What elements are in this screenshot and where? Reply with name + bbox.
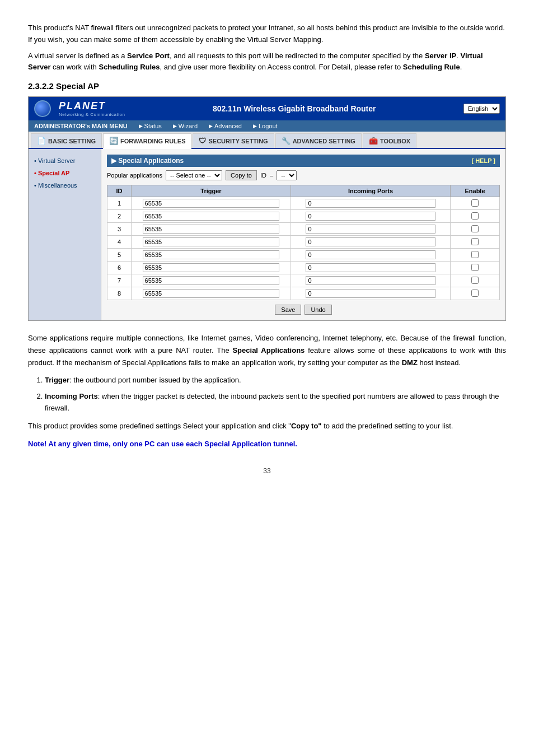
col-header-trigger: Trigger <box>132 185 291 197</box>
enable-checkbox[interactable] <box>471 212 479 220</box>
table-row: 1 <box>107 197 500 210</box>
sidebar-item-miscellaneous[interactable]: Miscellaneous <box>29 179 101 192</box>
nav-advanced-label: Advanced <box>214 123 242 129</box>
incoming-ports-input[interactable] <box>306 263 435 272</box>
incoming-ports-input[interactable] <box>306 289 435 298</box>
planet-logo-circle <box>34 100 51 117</box>
copy-to-button[interactable]: Copy to <box>226 170 257 180</box>
col-header-enable: Enable <box>451 185 500 197</box>
enable-checkbox[interactable] <box>471 238 479 245</box>
button-row: Save Undo <box>107 305 500 315</box>
panel-title: ▶ Special Applications <box>111 157 184 165</box>
trigger-input[interactable] <box>143 225 280 234</box>
tab-advanced-setting-label: ADVANCED SETTING <box>293 138 355 144</box>
enable-checkbox[interactable] <box>471 199 479 207</box>
list-item-incoming-ports: Incoming Ports: when the trigger packet … <box>45 391 506 414</box>
enable-checkbox[interactable] <box>471 290 479 297</box>
incoming-ports-input[interactable] <box>306 199 435 208</box>
planet-logo-text: PLANET Networking & Communication <box>59 100 125 117</box>
tab-basic-setting[interactable]: 📄 BASIC SETTING <box>31 133 102 148</box>
forwarding-rules-icon: 🔄 <box>109 137 118 145</box>
body-list: Trigger: the outbound port number issued… <box>45 375 506 414</box>
id-separator: – <box>270 172 273 179</box>
cell-id: 5 <box>107 249 132 262</box>
incoming-ports-input[interactable] <box>306 225 435 234</box>
enable-checkbox[interactable] <box>471 264 479 271</box>
cell-id: 3 <box>107 223 132 236</box>
router-header: PLANET Networking & Communication 802.11… <box>29 97 505 120</box>
undo-button[interactable]: Undo <box>305 305 331 315</box>
cell-enable <box>451 287 500 300</box>
cell-trigger <box>132 274 291 287</box>
brand-tagline: Networking & Communication <box>59 112 125 117</box>
intro-section: This product's NAT firewall filters out … <box>28 22 506 73</box>
cell-incoming-ports <box>291 236 451 249</box>
intro-para1: This product's NAT firewall filters out … <box>28 22 506 46</box>
cell-incoming-ports <box>291 210 451 223</box>
advanced-setting-icon: 🔧 <box>282 137 291 145</box>
incoming-ports-input[interactable] <box>306 237 435 246</box>
cell-id: 2 <box>107 210 132 223</box>
trigger-input[interactable] <box>143 237 280 246</box>
trigger-input[interactable] <box>143 199 280 208</box>
enable-checkbox[interactable] <box>471 277 479 284</box>
body-text-section: Some applications require multiple conne… <box>28 332 506 450</box>
nav-advanced[interactable]: ▶ Advanced <box>209 123 242 129</box>
brand-name: PLANET <box>59 100 106 112</box>
enable-checkbox[interactable] <box>471 225 479 232</box>
cell-enable <box>451 197 500 210</box>
cell-enable <box>451 262 500 274</box>
incoming-ports-input[interactable] <box>306 276 435 285</box>
sidebar-item-virtual-server[interactable]: Virtual Server <box>29 155 101 167</box>
tab-security-setting[interactable]: 🛡 SECURITY SETTING <box>193 133 274 148</box>
col-header-id: ID <box>107 185 132 197</box>
table-row: 8 <box>107 287 500 300</box>
tab-toolbox[interactable]: 🧰 TOOLBOX <box>363 133 416 148</box>
nav-logout[interactable]: ▶ Logout <box>253 123 278 129</box>
cell-incoming-ports <box>291 287 451 300</box>
cell-incoming-ports <box>291 197 451 210</box>
incoming-ports-input[interactable] <box>306 212 435 221</box>
router-sidebar: Virtual Server Special AP Miscellaneous <box>29 149 101 320</box>
cell-trigger <box>132 210 291 223</box>
nav-status[interactable]: ▶ Status <box>139 123 162 129</box>
popular-apps-select[interactable]: -- Select one -- <box>166 170 222 180</box>
cell-trigger <box>132 197 291 210</box>
note-text: Note! At any given time, only one PC can… <box>28 438 506 450</box>
brand-area: PLANET Networking & Communication <box>34 100 125 117</box>
help-link[interactable]: [ HELP ] <box>471 157 495 164</box>
router-content: Virtual Server Special AP Miscellaneous … <box>29 149 505 320</box>
logout-arrow: ▶ <box>253 123 257 129</box>
trigger-input[interactable] <box>143 263 280 272</box>
page-number: 33 <box>28 467 506 475</box>
tab-advanced-setting[interactable]: 🔧 ADVANCED SETTING <box>275 133 362 148</box>
language-select[interactable]: English <box>463 104 500 114</box>
panel-header: ▶ Special Applications [ HELP ] <box>107 155 500 167</box>
basic-setting-icon: 📄 <box>37 137 46 145</box>
body-para2: This product provides some predefined se… <box>28 420 506 432</box>
body-para1: Some applications require multiple conne… <box>28 332 506 369</box>
cell-enable <box>451 274 500 287</box>
cell-trigger <box>132 262 291 274</box>
id-select[interactable]: -- 1 2 3 4 5 6 7 8 <box>277 170 297 180</box>
nav-status-label: Status <box>144 123 162 129</box>
enable-checkbox[interactable] <box>471 251 479 258</box>
save-button[interactable]: Save <box>275 305 301 315</box>
sidebar-item-special-ap[interactable]: Special AP <box>29 167 101 179</box>
cell-id: 8 <box>107 287 132 300</box>
trigger-input[interactable] <box>143 276 280 285</box>
table-row: 5 <box>107 249 500 262</box>
trigger-input[interactable] <box>143 212 280 221</box>
table-row: 3 <box>107 223 500 236</box>
nav-logout-label: Logout <box>259 123 278 129</box>
incoming-ports-input[interactable] <box>306 250 435 259</box>
cell-incoming-ports <box>291 262 451 274</box>
trigger-input[interactable] <box>143 250 280 259</box>
cell-trigger <box>132 287 291 300</box>
nav-wizard[interactable]: ▶ Wizard <box>173 123 198 129</box>
router-ui-box: PLANET Networking & Communication 802.11… <box>28 96 506 321</box>
trigger-input[interactable] <box>143 289 280 298</box>
security-setting-icon: 🛡 <box>199 137 206 145</box>
wizard-arrow: ▶ <box>173 123 177 129</box>
tab-forwarding-rules[interactable]: 🔄 FORWARDING RULES <box>103 133 192 149</box>
